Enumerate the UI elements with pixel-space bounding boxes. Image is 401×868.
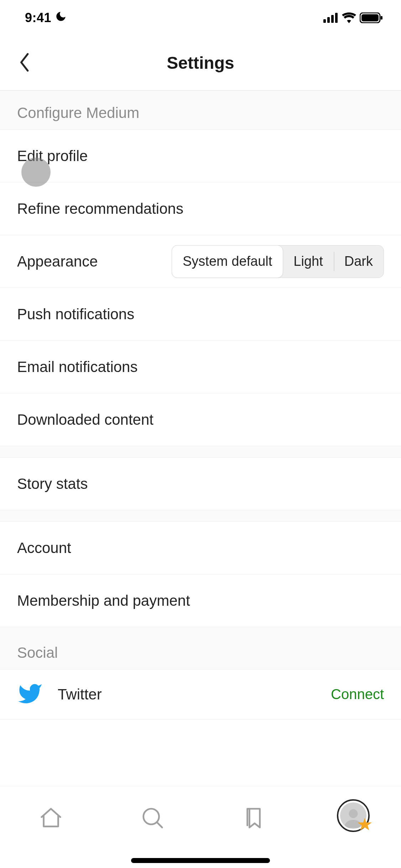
- svg-line-8: [157, 822, 162, 828]
- row-edit-profile[interactable]: Edit profile: [0, 130, 401, 182]
- svg-rect-0: [323, 19, 326, 23]
- cellular-icon: [323, 13, 338, 23]
- svg-rect-5: [361, 14, 379, 21]
- header: Settings: [0, 36, 401, 91]
- svg-rect-1: [327, 17, 330, 23]
- svg-rect-6: [381, 16, 382, 20]
- row-label: Appearance: [17, 253, 98, 270]
- row-refine-recommendations[interactable]: Refine recommendations: [0, 182, 401, 235]
- social-label: Twitter: [58, 686, 102, 703]
- search-icon: [140, 806, 165, 832]
- row-label: Email notifications: [17, 358, 137, 376]
- bookmarks-icon: [242, 806, 267, 832]
- group-gap: [0, 510, 401, 522]
- row-social-twitter[interactable]: Twitter Connect: [0, 670, 401, 719]
- row-story-stats[interactable]: Story stats: [0, 458, 401, 510]
- section-header-label: Social: [17, 644, 58, 661]
- segment-system-default[interactable]: System default: [172, 245, 283, 278]
- segment-dark[interactable]: Dark: [334, 246, 384, 278]
- svg-point-9: [349, 809, 358, 818]
- row-label: Downloaded content: [17, 411, 153, 428]
- row-label: Membership and payment: [17, 592, 190, 609]
- group-gap: [0, 446, 401, 458]
- section-header-configure: Configure Medium: [0, 91, 401, 130]
- row-label: Push notifications: [17, 306, 134, 323]
- premium-star-icon: [358, 818, 372, 833]
- battery-icon: [360, 12, 383, 23]
- row-label: Account: [17, 539, 71, 557]
- section-header-label: Configure Medium: [17, 104, 139, 121]
- status-left: 9:41: [25, 10, 67, 26]
- svg-rect-3: [335, 13, 338, 23]
- row-label: Refine recommendations: [17, 200, 183, 217]
- wifi-icon: [342, 12, 356, 23]
- appearance-segmented-control[interactable]: System default Light Dark: [172, 245, 384, 278]
- segment-light[interactable]: Light: [283, 246, 333, 278]
- status-bar: 9:41: [0, 0, 401, 36]
- row-downloaded-content[interactable]: Downloaded content: [0, 393, 401, 446]
- connect-link[interactable]: Connect: [331, 686, 384, 702]
- row-label: Edit profile: [17, 148, 88, 165]
- row-label: Story stats: [17, 475, 88, 492]
- row-push-notifications[interactable]: Push notifications: [0, 288, 401, 341]
- social-left: Twitter: [17, 681, 102, 708]
- twitter-icon: [17, 681, 43, 708]
- profile-ring: [337, 799, 370, 832]
- tab-profile[interactable]: [337, 799, 370, 832]
- tab-search[interactable]: [133, 799, 172, 838]
- back-button[interactable]: [14, 52, 36, 74]
- tab-bookmarks[interactable]: [235, 799, 274, 838]
- tab-bar: [0, 786, 401, 868]
- row-account[interactable]: Account: [0, 522, 401, 574]
- tab-home[interactable]: [31, 799, 71, 838]
- row-membership-payment[interactable]: Membership and payment: [0, 574, 401, 627]
- section-header-social: Social: [0, 627, 401, 670]
- row-appearance: Appearance System default Light Dark: [0, 235, 401, 288]
- chevron-left-icon: [19, 53, 31, 73]
- status-right: [323, 12, 383, 23]
- page-title: Settings: [167, 53, 234, 73]
- row-email-notifications[interactable]: Email notifications: [0, 341, 401, 393]
- status-time: 9:41: [25, 10, 51, 25]
- svg-rect-2: [331, 15, 334, 23]
- settings-content: Configure Medium Edit profile Refine rec…: [0, 91, 401, 719]
- moon-icon: [55, 10, 67, 26]
- home-indicator: [131, 858, 270, 863]
- home-icon: [38, 806, 63, 832]
